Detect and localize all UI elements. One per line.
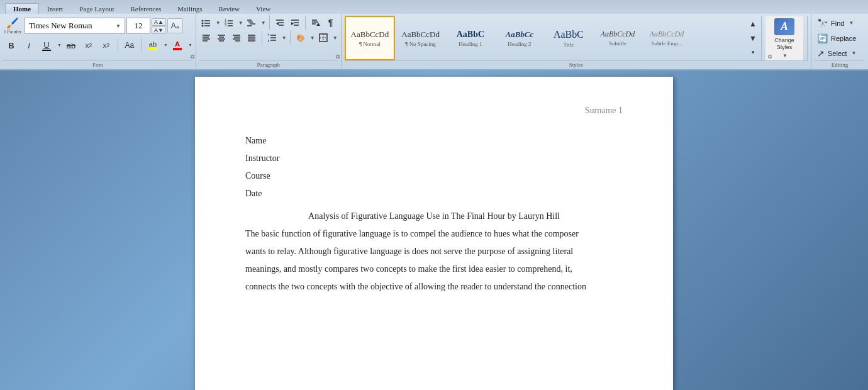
tab-page-layout[interactable]: Page Layout [71, 3, 122, 14]
style-preview-no-spacing: AaBbCcDd [401, 30, 440, 40]
doc-paragraph-2[interactable]: meanings, and mostly compares two concep… [245, 260, 623, 278]
font-size-decrease[interactable]: A▼ [152, 26, 166, 34]
font-section: 🖌️ t Painter Times New Roman ▼ 12 [0, 14, 196, 69]
subscript-button[interactable]: x2 [81, 37, 97, 53]
format-painter-button[interactable]: 🖌️ t Painter [3, 16, 23, 36]
tab-home[interactable]: Home [5, 3, 39, 14]
svg-point-2 [201, 23, 203, 25]
font-size-increase[interactable]: A▲ [152, 18, 166, 26]
align-center-button[interactable] [214, 31, 228, 45]
style-label-title: Title [564, 42, 574, 48]
style-card-subtle-em[interactable]: AaBbCcDd Subtle Emp... [642, 16, 691, 60]
style-label-heading1: Heading 1 [459, 41, 482, 47]
doc-paragraph-3[interactable]: connects the two concepts with the objec… [245, 278, 623, 296]
italic-button[interactable]: I [21, 37, 37, 53]
style-preview-heading1: AaBbC [457, 30, 484, 40]
numbered-arrow: ▼ [238, 20, 243, 26]
replace-button[interactable]: 🔄 Replace [815, 32, 859, 45]
font-size-value: 12 [134, 21, 142, 31]
styles-scroll-up[interactable]: ▲ [746, 17, 760, 31]
highlight-arrow: ▼ [164, 43, 168, 48]
underline-arrow: ▼ [57, 43, 62, 48]
borders-button[interactable] [316, 31, 330, 45]
style-preview-heading2: AaBbCc [506, 30, 534, 40]
styles-more[interactable]: ▾ [746, 45, 760, 59]
bullet-arrow: ▼ [216, 20, 221, 26]
justify-button[interactable] [245, 31, 259, 45]
font-name-dropdown[interactable]: Times New Roman ▼ [25, 18, 125, 34]
tab-insert[interactable]: Insert [39, 3, 71, 14]
tab-review[interactable]: Review [210, 3, 248, 14]
select-label: Select [828, 50, 847, 57]
align-left-button[interactable] [199, 31, 213, 45]
ribbon-body: 🖌️ t Painter Times New Roman ▼ 12 [0, 14, 868, 69]
painter-label: t Painter [4, 29, 21, 35]
style-preview-normal: AaBbCcDd [351, 30, 389, 40]
bold-button[interactable]: B [3, 37, 19, 53]
font-color-button[interactable]: A [169, 37, 186, 53]
superscript-button[interactable]: x2 [98, 37, 114, 53]
style-card-subtitle[interactable]: AaBbCcDd Subtitle [593, 16, 642, 60]
document-page[interactable]: Surname 1 Name Instructor Course Date An… [195, 77, 673, 390]
course-text: Course [245, 171, 270, 181]
style-card-heading2[interactable]: AaBbCc Heading 2 [495, 16, 544, 60]
font-expand-icon[interactable]: ⧉ [191, 53, 194, 60]
show-hide-button[interactable]: ¶ [324, 16, 338, 30]
doc-paragraph-1[interactable]: wants to relay. Although figurative lang… [245, 243, 623, 260]
underline-label: U [43, 40, 49, 50]
style-label-no-spacing: ¶ No Spacing [405, 41, 436, 47]
tab-view[interactable]: View [248, 3, 279, 14]
style-card-no-spacing[interactable]: AaBbCcDd ¶ No Spacing [395, 16, 446, 60]
strikethrough-button[interactable]: ab [63, 37, 79, 53]
tab-references[interactable]: References [122, 3, 169, 14]
svg-marker-17 [276, 22, 279, 25]
change-case-button[interactable]: Aa [121, 37, 138, 53]
styles-expand-icon[interactable]: ⧉ [768, 53, 772, 60]
numbered-list-button[interactable]: 1.2.3. [222, 16, 236, 30]
replace-icon: 🔄 [817, 33, 828, 43]
find-button[interactable]: 🔭 Find ▼ [815, 17, 856, 30]
font-name-value: Times New Roman [29, 21, 92, 31]
doc-line-instructor: Instructor [245, 150, 623, 167]
borders-arrow: ▼ [333, 35, 338, 41]
styles-section-label: Styles [345, 60, 808, 68]
change-styles-icon: A [774, 18, 794, 35]
align-right-button[interactable] [230, 31, 243, 45]
clear-formatting-button[interactable]: Aₐ [167, 18, 183, 33]
style-card-heading1[interactable]: AaBbC Heading 1 [446, 16, 495, 60]
doc-line-course: Course [245, 167, 623, 185]
style-card-title[interactable]: AaBbC Title [544, 16, 593, 60]
sort-button[interactable] [309, 16, 323, 30]
svg-marker-48 [268, 40, 269, 42]
multilevel-list-button[interactable] [245, 16, 259, 30]
name-text: Name [245, 136, 266, 145]
select-arrow: ▼ [852, 50, 857, 56]
underline-button[interactable]: U [38, 37, 55, 53]
doc-line-name: Name [245, 132, 623, 150]
line-spacing-button[interactable] [265, 31, 279, 45]
replace-label: Replace [831, 35, 856, 42]
style-card-normal[interactable]: AaBbCcDd ¶ Normal [345, 16, 396, 60]
shading-button[interactable]: 🎨 [294, 31, 308, 45]
paragraph-section: ▼ 1.2.3. ▼ ▼ [196, 14, 342, 69]
date-text: Date [245, 189, 262, 198]
increase-indent-button[interactable] [288, 16, 302, 30]
document-title: Analysis of Figurative Language Use in T… [245, 208, 623, 225]
select-button[interactable]: ↗ Select ▼ [815, 47, 859, 60]
style-label-heading2: Heading 2 [508, 41, 531, 47]
font-section-label: Font [3, 60, 192, 68]
bullet-list-button[interactable] [199, 16, 213, 30]
styles-scroll-down[interactable]: ▼ [746, 31, 760, 45]
para-expand-icon[interactable]: ⧉ [336, 53, 340, 60]
doc-paragraph-0[interactable]: The basic function of figurative languag… [245, 225, 623, 243]
font-size-box[interactable]: 12 [126, 18, 150, 34]
highlight-button[interactable]: ab [145, 37, 161, 53]
find-label: Find [831, 20, 844, 27]
tab-mailings[interactable]: Mailings [169, 3, 210, 14]
editing-section-label: Editing [815, 60, 865, 68]
ribbon: Home Insert Page Layout References Maili… [0, 0, 868, 70]
svg-marker-21 [291, 22, 294, 25]
svg-point-4 [201, 25, 203, 27]
decrease-indent-button[interactable] [273, 16, 287, 30]
ribbon-tabs-row: Home Insert Page Layout References Maili… [0, 0, 868, 14]
